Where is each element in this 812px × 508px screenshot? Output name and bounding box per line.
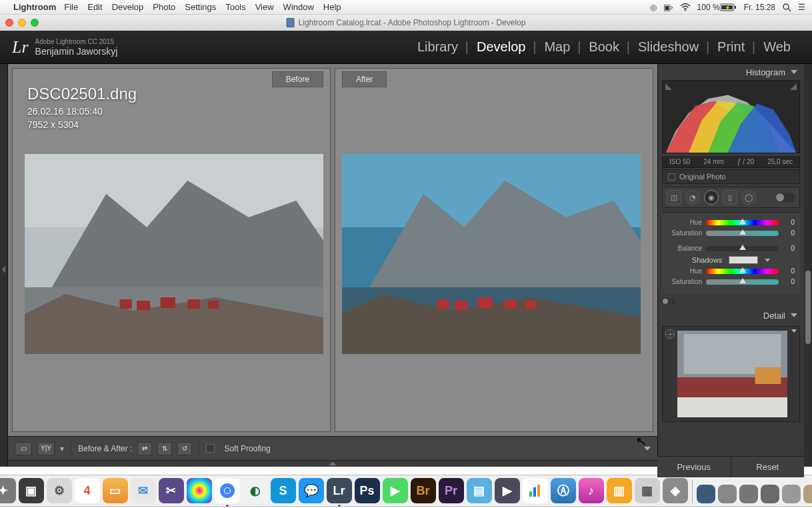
spot-removal-tool[interactable]: ◔	[685, 190, 700, 205]
wifi-icon[interactable]	[680, 3, 691, 11]
histogram[interactable]	[662, 80, 800, 153]
hue-slider[interactable]	[706, 220, 779, 225]
module-library[interactable]: Library	[408, 39, 467, 55]
menu-window[interactable]: Window	[283, 2, 314, 12]
before-after-dropdown-icon[interactable]: ▾	[60, 444, 64, 453]
dock-photos[interactable]	[187, 478, 212, 503]
module-web[interactable]: Web	[754, 39, 800, 55]
shadows-hue-slider[interactable]	[706, 269, 779, 274]
dock-dropbox[interactable]: ◈	[663, 478, 688, 503]
before-after-yy-button[interactable]: Y|Y	[37, 442, 55, 455]
after-panel[interactable]: After	[335, 68, 653, 432]
dock-stack-5[interactable]	[782, 485, 801, 503]
dock-terminal[interactable]: ▣	[19, 478, 44, 503]
crop-tool[interactable]: ◫	[667, 190, 681, 205]
original-photo-checkbox[interactable]	[668, 173, 675, 181]
menu-settings[interactable]: Settings	[185, 2, 216, 12]
notification-center-icon[interactable]: ☰	[798, 3, 805, 12]
shadows-color-swatch[interactable]	[729, 256, 758, 264]
radial-filter-tool[interactable]: ◯	[741, 190, 756, 205]
detail-zoom-icon[interactable]	[791, 329, 797, 333]
dock-messages[interactable]: 💬	[299, 478, 324, 503]
dock-numbers[interactable]	[523, 478, 548, 503]
creative-cloud-icon[interactable]: ◎	[650, 3, 657, 12]
module-book[interactable]: Book	[579, 39, 629, 55]
toolbar-options-dropdown-icon[interactable]	[644, 447, 651, 451]
scrollbar-thumb[interactable]	[805, 271, 811, 344]
battery-status[interactable]: 100 % ⚡	[697, 3, 737, 12]
module-map[interactable]: Map	[535, 39, 579, 55]
panel-collapse-icon[interactable]	[791, 313, 797, 317]
loupe-view-button[interactable]: ▭	[15, 442, 32, 455]
dock-safari[interactable]: ✦	[0, 478, 16, 503]
menubar-clock[interactable]: Fr. 15:28	[744, 3, 775, 12]
graduated-filter-tool[interactable]: ▯	[723, 190, 737, 205]
identity-plate[interactable]: Benjamin Jaworskyj	[35, 46, 118, 57]
dock-ibooks[interactable]: ▥	[607, 478, 632, 503]
shadows-collapse-icon[interactable]	[765, 259, 770, 262]
menu-develop[interactable]: Develop	[112, 2, 144, 12]
spotlight-icon[interactable]	[782, 3, 791, 12]
menu-view[interactable]: View	[255, 2, 274, 12]
shadow-clipping-icon[interactable]	[665, 83, 672, 90]
dock-imageoptim[interactable]: ▦	[635, 478, 660, 503]
menu-help[interactable]: Help	[323, 2, 341, 12]
menu-edit[interactable]: Edit	[87, 2, 102, 12]
dock-appstore[interactable]: Ⓐ	[551, 478, 576, 503]
saturation-slider[interactable]	[706, 231, 779, 236]
module-develop[interactable]: Develop	[467, 39, 535, 55]
dock-stack-6[interactable]	[803, 485, 813, 503]
ba-mode-2-button[interactable]: ⇅	[157, 442, 172, 455]
dock-skype[interactable]: S	[271, 478, 296, 503]
window-zoom-button[interactable]	[31, 19, 39, 27]
shadows-sat-slider[interactable]	[706, 279, 779, 285]
detail-target-icon[interactable]	[665, 329, 675, 339]
highlight-clipping-icon[interactable]	[790, 83, 797, 90]
window-minimize-button[interactable]	[18, 19, 26, 27]
right-panel-scrollbar[interactable]	[804, 64, 812, 467]
screen-record-icon[interactable]: ▣›	[663, 3, 673, 12]
dock-facetime[interactable]: ▶	[383, 478, 408, 503]
detail-panel-header[interactable]: Detail	[658, 307, 804, 323]
dock-stack-4[interactable]	[761, 485, 779, 503]
dock-preview[interactable]: ▤	[467, 478, 492, 503]
dock-openoffice[interactable]: ◐	[243, 478, 268, 503]
dock-stack-3[interactable]	[739, 485, 758, 503]
dock-premiere[interactable]: Pr	[439, 478, 464, 503]
menubar-app-name[interactable]: Lightroom	[13, 2, 56, 12]
dock-contacts[interactable]: ▭	[103, 478, 128, 503]
dock-quicktime[interactable]: ▶	[495, 478, 520, 503]
menu-tools[interactable]: Tools	[225, 2, 245, 12]
dock-mail[interactable]: ✉	[131, 478, 156, 503]
ba-mode-3-button[interactable]: ↺	[177, 442, 192, 455]
balance-slider[interactable]	[706, 246, 779, 251]
dock-stack-2[interactable]	[718, 485, 737, 503]
previous-button[interactable]: Previous	[657, 457, 731, 477]
dock-itunes[interactable]: ♪	[579, 478, 604, 503]
dock-screenshot[interactable]: ✂	[159, 478, 184, 503]
filmstrip-collapse-handle[interactable]	[8, 460, 657, 467]
module-slideshow[interactable]: Slideshow	[629, 39, 708, 55]
before-panel[interactable]: Before DSC02501.dng 26.02.16 18:05:40 79…	[12, 68, 331, 432]
menu-photo[interactable]: Photo	[153, 2, 175, 12]
module-print[interactable]: Print	[708, 39, 754, 55]
dock-stack-1[interactable]	[697, 485, 715, 503]
panel-enable-switch[interactable]	[662, 298, 675, 305]
original-photo-row[interactable]: Original Photo	[662, 169, 800, 184]
reset-button[interactable]: Reset	[731, 457, 805, 477]
dock-lightroom[interactable]: Lr	[327, 478, 352, 503]
histogram-panel-header[interactable]: Histogram	[658, 64, 804, 80]
detail-100pct-preview[interactable]	[677, 331, 787, 417]
dock-settings[interactable]: ⚙	[47, 478, 72, 503]
dock-calendar[interactable]: 4	[75, 478, 100, 503]
menu-file[interactable]: File	[64, 2, 78, 12]
dock-bridge[interactable]: Br	[411, 478, 436, 503]
soft-proofing-checkbox[interactable]	[206, 444, 215, 453]
window-close-button[interactable]	[5, 19, 13, 27]
tool-toggle[interactable]	[775, 193, 795, 202]
redeye-tool[interactable]: ◉	[704, 190, 719, 205]
dock-chrome[interactable]	[215, 478, 240, 503]
left-panel-collapsed[interactable]	[0, 64, 8, 467]
panel-collapse-icon[interactable]	[791, 70, 797, 74]
dock-photoshop[interactable]: Ps	[355, 478, 380, 503]
